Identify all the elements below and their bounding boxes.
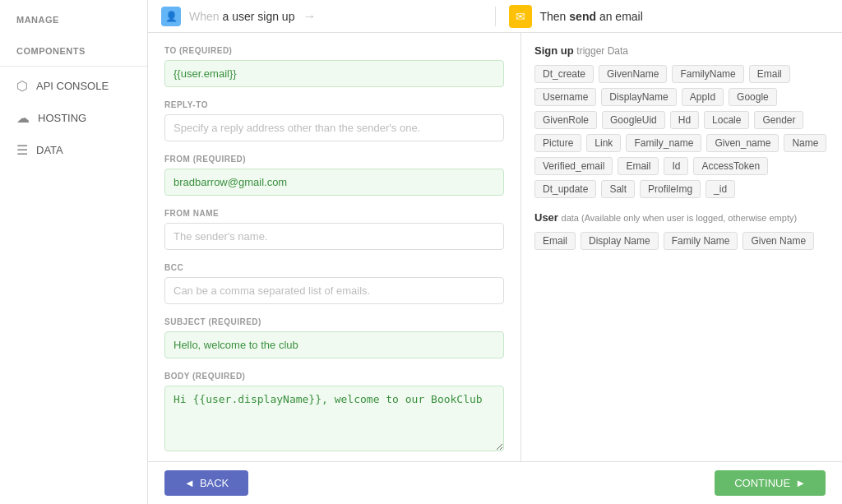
main-area: 👤 When a user sign up → ✉ Then send an e… bbox=[148, 0, 842, 504]
action-icon: ✉ bbox=[509, 5, 532, 28]
user-tag-item[interactable]: Display Name bbox=[581, 232, 659, 250]
tag-item[interactable]: Family_name bbox=[626, 134, 701, 152]
continue-label: CONTINUE bbox=[734, 477, 790, 489]
trigger-icon: 👤 bbox=[161, 7, 181, 26]
user-label: User bbox=[534, 211, 558, 224]
body-field-group: BODY (REQUIRED) bbox=[164, 372, 504, 454]
signup-tags-container: Dt_createGivenNameFamilyNameEmailUsernam… bbox=[534, 65, 829, 198]
sidebar-item-label-hosting: HOSTING bbox=[38, 112, 86, 124]
user-tag-item[interactable]: Given Name bbox=[743, 232, 814, 250]
sidebar-item-label-data: DATA bbox=[36, 144, 63, 156]
reply-to-label: REPLY-TO bbox=[164, 100, 504, 109]
signup-trigger-title: Sign up trigger Data bbox=[534, 44, 829, 57]
to-field-group: TO (REQUIRED) bbox=[164, 46, 504, 87]
tag-item[interactable]: Gender bbox=[754, 111, 803, 129]
top-bar: 👤 When a user sign up → ✉ Then send an e… bbox=[148, 0, 842, 33]
trigger-section: 👤 When a user sign up → bbox=[148, 7, 496, 26]
back-arrow-icon: ◄ bbox=[184, 477, 195, 489]
from-name-input[interactable] bbox=[164, 223, 504, 250]
trigger-text: a user sign up bbox=[222, 10, 294, 23]
signup-label: Sign up bbox=[534, 44, 574, 57]
from-field-group: FROM (REQUIRED) bbox=[164, 155, 504, 196]
tag-item[interactable]: _id bbox=[706, 180, 735, 198]
tag-item[interactable]: DisplayName bbox=[601, 88, 676, 106]
continue-button[interactable]: CONTINUE ► bbox=[715, 470, 826, 496]
action-section: ✉ Then send an email bbox=[496, 5, 843, 28]
tag-item[interactable]: GivenName bbox=[599, 65, 667, 83]
manage-label: MANAGE bbox=[0, 0, 147, 31]
trigger-data-label: trigger Data bbox=[576, 45, 628, 57]
to-input[interactable] bbox=[164, 60, 504, 87]
arrow-icon: → bbox=[303, 9, 316, 24]
user-tag-item[interactable]: Email bbox=[534, 232, 576, 250]
continue-arrow-icon: ► bbox=[795, 477, 806, 489]
tag-item[interactable]: Given_name bbox=[706, 134, 779, 152]
hosting-icon: ☁ bbox=[16, 110, 30, 126]
tag-item[interactable]: Name bbox=[784, 134, 826, 152]
body-label: BODY (REQUIRED) bbox=[164, 372, 504, 381]
action-title: Then send an email bbox=[540, 10, 643, 23]
user-data-note: data (Available only when user is logged… bbox=[562, 213, 798, 223]
subject-field-group: SUBJECT (REQUIRED) bbox=[164, 317, 504, 358]
form-panel: TO (REQUIRED) REPLY-TO FROM (REQUIRED) F… bbox=[148, 33, 521, 461]
tag-item[interactable]: Email bbox=[749, 65, 790, 83]
tag-item[interactable]: Verified_email bbox=[534, 157, 613, 175]
user-tags-container: EmailDisplay NameFamily NameGiven Name bbox=[534, 232, 829, 250]
tag-item[interactable]: Email bbox=[618, 157, 659, 175]
user-data-title: User data (Available only when user is l… bbox=[534, 211, 829, 224]
tag-item[interactable]: ProfileImg bbox=[640, 180, 701, 198]
sidebar-item-label-api: API CONSOLE bbox=[36, 80, 109, 92]
tag-item[interactable]: GoogleUid bbox=[602, 111, 665, 129]
tag-item[interactable]: Dt_update bbox=[534, 180, 596, 198]
action-verb: send bbox=[569, 10, 599, 23]
bcc-label: BCC bbox=[164, 263, 504, 272]
from-name-field-group: FROM NAME bbox=[164, 209, 504, 250]
to-label: TO (REQUIRED) bbox=[164, 46, 504, 55]
tag-item[interactable]: Id bbox=[664, 157, 688, 175]
sidebar-item-hosting[interactable]: ☁ HOSTING bbox=[0, 102, 147, 134]
user-tag-item[interactable]: Family Name bbox=[664, 232, 738, 250]
trigger-title: When a user sign up bbox=[189, 10, 294, 23]
action-then-prefix: Then bbox=[540, 10, 570, 23]
sidebar-item-data[interactable]: ☰ DATA bbox=[0, 134, 147, 166]
tag-item[interactable]: Link bbox=[586, 134, 621, 152]
components-label: COMPONENTS bbox=[0, 31, 147, 62]
from-label: FROM (REQUIRED) bbox=[164, 155, 504, 164]
bcc-field-group: BCC bbox=[164, 263, 504, 304]
bcc-input[interactable] bbox=[164, 277, 504, 304]
tag-item[interactable]: Hd bbox=[670, 111, 699, 129]
tag-item[interactable]: Dt_create bbox=[534, 65, 594, 83]
tag-item[interactable]: FamilyName bbox=[672, 65, 743, 83]
tag-item[interactable]: Picture bbox=[534, 134, 581, 152]
bottom-bar: ◄ BACK CONTINUE ► bbox=[148, 461, 842, 504]
content-panels: TO (REQUIRED) REPLY-TO FROM (REQUIRED) F… bbox=[148, 33, 842, 461]
subject-input[interactable] bbox=[164, 331, 504, 358]
body-textarea[interactable] bbox=[164, 386, 504, 451]
from-name-label: FROM NAME bbox=[164, 209, 504, 218]
sidebar-divider bbox=[0, 66, 147, 67]
tag-item[interactable]: AppId bbox=[682, 88, 724, 106]
trigger-when-prefix: When bbox=[189, 10, 222, 23]
tag-item[interactable]: Locale bbox=[704, 111, 749, 129]
sidebar: MANAGE COMPONENTS ⬡ API CONSOLE ☁ HOSTIN… bbox=[0, 0, 148, 504]
tag-item[interactable]: Salt bbox=[601, 180, 635, 198]
reply-to-input[interactable] bbox=[164, 114, 504, 141]
data-panel: Sign up trigger Data Dt_createGivenNameF… bbox=[521, 33, 842, 461]
reply-to-field-group: REPLY-TO bbox=[164, 100, 504, 141]
tag-item[interactable]: GivenRole bbox=[534, 111, 597, 129]
back-button[interactable]: ◄ BACK bbox=[164, 470, 248, 496]
action-rest: an email bbox=[599, 10, 643, 23]
sidebar-item-api-console[interactable]: ⬡ API CONSOLE bbox=[0, 70, 147, 102]
api-console-icon: ⬡ bbox=[16, 78, 28, 94]
subject-label: SUBJECT (REQUIRED) bbox=[164, 317, 504, 326]
back-label: BACK bbox=[200, 477, 229, 489]
tag-item[interactable]: Username bbox=[534, 88, 596, 106]
tag-item[interactable]: Google bbox=[729, 88, 777, 106]
from-input[interactable] bbox=[164, 169, 504, 196]
data-icon: ☰ bbox=[16, 142, 28, 158]
tag-item[interactable]: AccessToken bbox=[693, 157, 768, 175]
